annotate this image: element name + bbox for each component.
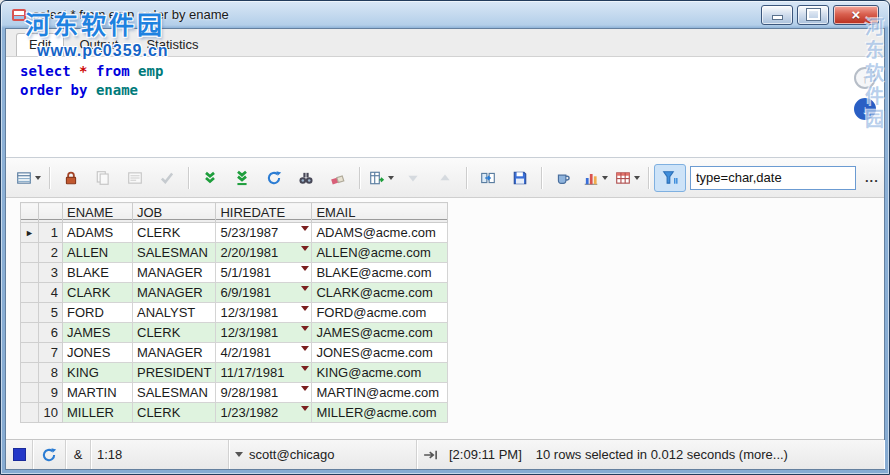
cell-job[interactable]: SALESMAN xyxy=(133,243,216,263)
row-selector[interactable] xyxy=(21,303,39,323)
table-row[interactable]: 3BLAKEMANAGER5/1/1981BLAKE@acme.com xyxy=(21,263,448,283)
date-dropdown-icon[interactable] xyxy=(301,406,309,411)
filter-toggle-button[interactable] xyxy=(654,164,686,192)
cell-job[interactable]: MANAGER xyxy=(133,263,216,283)
cell-hiredate[interactable]: 1/23/1982 xyxy=(216,403,312,423)
row-selector[interactable] xyxy=(21,383,39,403)
column-header-hiredate[interactable]: HIREDATE xyxy=(216,203,312,223)
table-row[interactable]: 4CLARKMANAGER6/9/1981CLARK@acme.com xyxy=(21,283,448,303)
column-header-email[interactable]: EMAIL xyxy=(312,203,448,223)
cell-ename[interactable]: FORD xyxy=(63,303,133,323)
cell-hiredate[interactable]: 6/9/1981 xyxy=(216,283,312,303)
cell-email[interactable]: BLAKE@acme.com xyxy=(312,263,448,283)
fetch-next-button[interactable] xyxy=(194,164,226,192)
cell-hiredate[interactable]: 9/28/1981 xyxy=(216,383,312,403)
tab-edit[interactable]: Edit xyxy=(16,33,64,56)
cell-ename[interactable]: JAMES xyxy=(63,323,133,343)
transpose-button[interactable] xyxy=(472,164,504,192)
cell-ename[interactable]: MARTIN xyxy=(63,383,133,403)
cell-job[interactable]: ANALYST xyxy=(133,303,216,323)
tab-output[interactable]: Output xyxy=(66,33,131,56)
sql-editor[interactable]: select * from emporder by ename ↑ ↓ xyxy=(6,57,884,158)
cell-ename[interactable]: ADAMS xyxy=(63,223,133,243)
date-dropdown-icon[interactable] xyxy=(301,346,309,351)
cell-email[interactable]: CLARK@acme.com xyxy=(312,283,448,303)
cell-email[interactable]: JAMES@acme.com xyxy=(312,323,448,343)
cell-job[interactable]: PRESIDENT xyxy=(133,363,216,383)
cell-email[interactable]: MILLER@acme.com xyxy=(312,403,448,423)
table-row[interactable]: 10MILLERCLERK1/23/1982MILLER@acme.com xyxy=(21,403,448,423)
format-grid-button[interactable] xyxy=(611,164,643,192)
cell-email[interactable]: FORD@acme.com xyxy=(312,303,448,323)
cell-job[interactable]: MANAGER xyxy=(133,283,216,303)
close-button[interactable]: × xyxy=(833,5,879,25)
minimize-button[interactable] xyxy=(761,5,793,25)
cell-email[interactable]: JONES@acme.com xyxy=(312,343,448,363)
cell-hiredate[interactable]: 12/3/1981 xyxy=(216,323,312,343)
date-dropdown-icon[interactable] xyxy=(301,226,309,231)
fetch-all-button[interactable] xyxy=(226,164,258,192)
row-selector[interactable] xyxy=(21,263,39,283)
table-row[interactable]: 5FORDANALYST12/3/1981FORD@acme.com xyxy=(21,303,448,323)
table-row[interactable]: 8KINGPRESIDENT11/17/1981KING@acme.com xyxy=(21,363,448,383)
date-dropdown-icon[interactable] xyxy=(301,306,309,311)
row-selector[interactable] xyxy=(21,243,39,263)
cell-job[interactable]: CLERK xyxy=(133,323,216,343)
cell-ename[interactable]: CLARK xyxy=(63,283,133,303)
row-selector[interactable]: ► xyxy=(21,223,39,243)
table-row[interactable]: 7JONESMANAGER4/2/1981JONES@acme.com xyxy=(21,343,448,363)
refresh-icon[interactable] xyxy=(41,447,57,463)
row-selector[interactable] xyxy=(21,363,39,383)
row-selector[interactable] xyxy=(21,343,39,363)
export-button[interactable] xyxy=(365,164,397,192)
date-dropdown-icon[interactable] xyxy=(301,386,309,391)
cell-job[interactable]: MANAGER xyxy=(133,343,216,363)
scroll-down-button[interactable]: ↓ xyxy=(854,98,876,120)
cell-ename[interactable]: KING xyxy=(63,363,133,383)
tab-statistics[interactable]: Statistics xyxy=(133,33,211,56)
cell-job[interactable]: SALESMAN xyxy=(133,383,216,403)
cell-hiredate[interactable]: 4/2/1981 xyxy=(216,343,312,363)
cell-email[interactable]: ALLEN@acme.com xyxy=(312,243,448,263)
save-button[interactable] xyxy=(504,164,536,192)
filter-more-button[interactable]: ... xyxy=(856,170,888,185)
scroll-up-button[interactable]: ↑ xyxy=(854,67,876,89)
maximize-button[interactable] xyxy=(797,5,829,25)
cell-email[interactable]: MARTIN@acme.com xyxy=(312,383,448,403)
refresh-button[interactable] xyxy=(258,164,290,192)
lock-button[interactable] xyxy=(55,164,87,192)
date-dropdown-icon[interactable] xyxy=(301,366,309,371)
cell-hiredate[interactable]: 2/20/1981 xyxy=(216,243,312,263)
date-dropdown-icon[interactable] xyxy=(301,246,309,251)
row-selector[interactable] xyxy=(21,403,39,423)
cell-email[interactable]: KING@acme.com xyxy=(312,363,448,383)
cell-ename[interactable]: MILLER xyxy=(63,403,133,423)
row-selector[interactable] xyxy=(21,283,39,303)
cell-ename[interactable]: BLAKE xyxy=(63,263,133,283)
cell-job[interactable]: CLERK xyxy=(133,223,216,243)
date-dropdown-icon[interactable] xyxy=(301,326,309,331)
cell-ename[interactable]: ALLEN xyxy=(63,243,133,263)
column-header-job[interactable]: JOB xyxy=(133,203,216,223)
chart-button[interactable] xyxy=(579,164,611,192)
table-row[interactable]: 9MARTINSALESMAN9/28/1981MARTIN@acme.com xyxy=(21,383,448,403)
cell-ename[interactable]: JONES xyxy=(63,343,133,363)
table-row[interactable]: 6JAMESCLERK12/3/1981JAMES@acme.com xyxy=(21,323,448,343)
cell-job[interactable]: CLERK xyxy=(133,403,216,423)
connection-selector[interactable]: scott@chicago xyxy=(229,440,417,469)
column-header-ename[interactable]: ENAME xyxy=(63,203,133,223)
cell-hiredate[interactable]: 12/3/1981 xyxy=(216,303,312,323)
filter-input[interactable] xyxy=(690,166,856,190)
cell-hiredate[interactable]: 11/17/1981 xyxy=(216,363,312,383)
cell-hiredate[interactable]: 5/1/1981 xyxy=(216,263,312,283)
date-dropdown-icon[interactable] xyxy=(301,286,309,291)
table-row[interactable]: ►1ADAMSCLERK5/23/1987ADAMS@acme.com xyxy=(21,223,448,243)
cell-hiredate[interactable]: 5/23/1987 xyxy=(216,223,312,243)
find-button[interactable] xyxy=(290,164,322,192)
date-dropdown-icon[interactable] xyxy=(301,266,309,271)
table-row[interactable]: 2ALLENSALESMAN2/20/1981ALLEN@acme.com xyxy=(21,243,448,263)
row-selector[interactable] xyxy=(21,323,39,343)
erase-button[interactable] xyxy=(322,164,354,192)
cup-button[interactable] xyxy=(547,164,579,192)
grid-options-button[interactable] xyxy=(12,164,44,192)
